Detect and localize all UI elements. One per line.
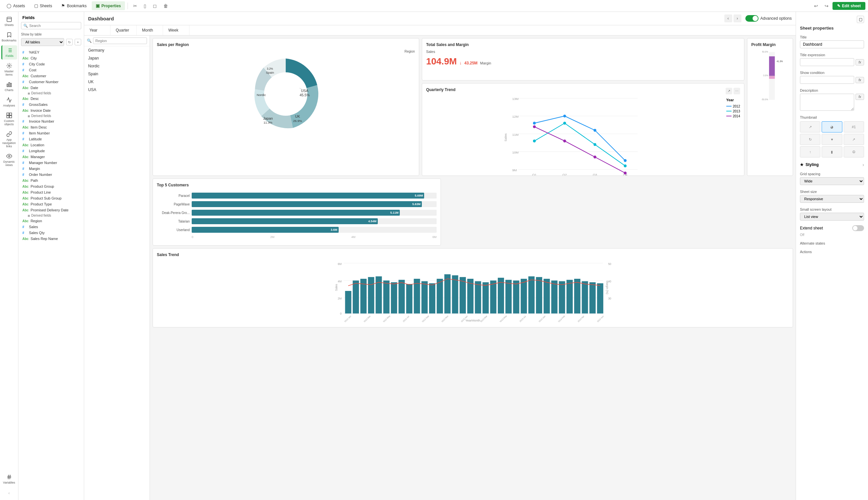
thumb-pie[interactable]: ◕: [822, 121, 842, 133]
region-item-nordic[interactable]: Nordic: [84, 62, 150, 70]
prop-description-input[interactable]: [800, 94, 854, 111]
delete-button[interactable]: 🗑: [161, 2, 171, 10]
field-item-date[interactable]: Abc Date: [19, 85, 84, 91]
prop-title-expr-input[interactable]: [800, 58, 854, 66]
tab-properties[interactable]: ▣ Properties: [92, 1, 125, 10]
thumb-hash[interactable]: #1: [844, 121, 864, 133]
region-item-japan[interactable]: Japan: [84, 54, 150, 62]
field-item-path[interactable]: Abc Path: [19, 178, 84, 183]
field-item-manager[interactable]: Abc Manager: [19, 154, 84, 160]
field-item-key[interactable]: # %KEY: [19, 49, 84, 55]
field-item-managernumber[interactable]: # Manager Number: [19, 160, 84, 166]
prop-grid-spacing-select[interactable]: Wide: [800, 177, 864, 185]
thumb-upload2[interactable]: ↑: [800, 146, 820, 158]
sidebar-item-variables[interactable]: Variables: [1, 472, 17, 486]
field-item-sales[interactable]: # Sales: [19, 224, 84, 230]
thumb-image[interactable]: ♥: [822, 134, 842, 145]
more-quarterly-button[interactable]: ⋯: [733, 88, 740, 94]
undo-button[interactable]: ↩: [811, 2, 821, 10]
field-item-latitude[interactable]: # Latitude: [19, 136, 84, 142]
thumb-upload[interactable]: ↗: [800, 121, 820, 133]
refresh-icon[interactable]: ↻: [66, 39, 73, 45]
thumb-bar[interactable]: ▮: [822, 146, 842, 158]
cut-button[interactable]: ✂: [130, 2, 140, 10]
field-item-productline[interactable]: Abc Product Line: [19, 189, 84, 195]
field-derived-invoicedate[interactable]: ◼ Derived fields: [19, 113, 84, 118]
prop-title-expr-fx-button[interactable]: fx: [856, 59, 864, 65]
field-item-margin[interactable]: # Margin: [19, 166, 84, 172]
field-item-invoicedate[interactable]: Abc Invoice Date: [19, 107, 84, 113]
preview-icon[interactable]: ▢: [857, 16, 864, 23]
field-item-cost[interactable]: # Cost: [19, 67, 84, 73]
sidebar-item-master-items[interactable]: Master items: [1, 61, 17, 78]
field-item-productsubgroup[interactable]: Abc Product Sub Group: [19, 195, 84, 201]
field-item-salesqty[interactable]: # Sales Qty: [19, 230, 84, 236]
field-item-customernumber[interactable]: # Customer Number: [19, 79, 84, 85]
sidebar-item-analyses[interactable]: Analyses: [1, 95, 17, 109]
field-item-grosssales[interactable]: # GrossSales: [19, 102, 84, 107]
add-field-icon[interactable]: +: [75, 39, 81, 45]
redo-button[interactable]: ↪: [822, 2, 831, 10]
svg-rect-65: [769, 76, 775, 79]
sidebar-item-bookmarks[interactable]: Bookmarks: [1, 30, 17, 44]
region-item-spain[interactable]: Spain: [84, 70, 150, 78]
field-item-promiseddelivery[interactable]: Abc Promised Delivery Date: [19, 207, 84, 213]
field-item-citycode[interactable]: # City Code: [19, 61, 84, 67]
field-item-salesrepname[interactable]: Abc Sales Rep Name: [19, 236, 84, 242]
sidebar-item-charts[interactable]: Charts: [1, 80, 17, 94]
sidebar-item-custom-objects[interactable]: Custom objects: [1, 111, 17, 128]
prop-title-input[interactable]: [800, 41, 864, 48]
prop-small-screen-select[interactable]: List view: [800, 213, 864, 220]
region-search-input[interactable]: [93, 37, 147, 44]
thumb-more[interactable]: ☮: [844, 146, 864, 158]
field-item-longitude[interactable]: # Longitude: [19, 148, 84, 154]
sidebar-item-dynamic-views[interactable]: Dynamic views: [1, 151, 17, 169]
field-item-region[interactable]: Abc Region: [19, 218, 84, 224]
styling-header[interactable]: ★ Styling ›: [800, 162, 864, 167]
paste-button[interactable]: ◻: [150, 2, 159, 10]
collapse-sidebar-button[interactable]: ‹: [7, 489, 12, 497]
tab-bookmarks[interactable]: ⚑ Bookmarks: [57, 1, 90, 10]
show-by-table-select[interactable]: All tables: [21, 38, 64, 46]
field-item-productgroup[interactable]: Abc Product Group: [19, 183, 84, 189]
field-item-itemnumber[interactable]: # Item Number: [19, 130, 84, 136]
prop-description-fx-button[interactable]: fx: [856, 94, 864, 100]
tab-assets[interactable]: ◯ Assets: [3, 1, 29, 10]
next-sheet-button[interactable]: ›: [733, 14, 741, 22]
field-item-itemdesc[interactable]: Abc Item Desc: [19, 124, 84, 130]
prop-show-condition-input[interactable]: [800, 76, 854, 84]
prev-sheet-button[interactable]: ‹: [724, 14, 732, 22]
region-item-uk[interactable]: UK: [84, 78, 150, 86]
field-item-location[interactable]: Abc Location: [19, 142, 84, 148]
sidebar-item-sheets[interactable]: Sheets: [1, 14, 17, 29]
region-item-usa[interactable]: USA: [84, 86, 150, 94]
filter-year[interactable]: Year: [84, 25, 111, 35]
edit-sheet-button[interactable]: ✎ Edit sheet: [833, 2, 865, 10]
advanced-options-toggle[interactable]: Advanced options: [745, 15, 792, 22]
prop-show-condition-fx-button[interactable]: fx: [856, 77, 864, 83]
sidebar-item-app-nav[interactable]: App navigation links: [1, 129, 17, 150]
field-item-producttype[interactable]: Abc Product Type: [19, 201, 84, 207]
prop-extend-sheet-toggle[interactable]: [852, 225, 864, 231]
tab-sheets[interactable]: ▢ Sheets: [30, 1, 56, 10]
field-derived-date[interactable]: ◼ Derived fields: [19, 91, 84, 96]
region-item-germany[interactable]: Germany: [84, 46, 150, 54]
filter-month[interactable]: Month: [137, 25, 163, 35]
expand-quarterly-button[interactable]: ↗: [726, 88, 732, 94]
field-derived-promiseddelivery[interactable]: ◼ Derived fields: [19, 213, 84, 218]
sidebar-item-fields[interactable]: Fields: [1, 45, 17, 59]
sales-big-value: 104.9M: [426, 56, 457, 67]
advanced-options-switch[interactable]: [745, 15, 758, 22]
search-input[interactable]: [21, 22, 81, 29]
prop-sheet-size-select[interactable]: Responsive: [800, 195, 864, 203]
thumb-refresh[interactable]: ↻: [800, 134, 820, 145]
filter-quarter[interactable]: Quarter: [111, 25, 137, 35]
field-item-invoicenumber[interactable]: # Invoice Number: [19, 118, 84, 124]
field-item-desc[interactable]: Abc Desc: [19, 96, 84, 102]
copy-button[interactable]: ▯: [141, 2, 149, 10]
field-item-customer[interactable]: Abc Customer: [19, 73, 84, 79]
field-item-city[interactable]: Abc City: [19, 55, 84, 61]
filter-week[interactable]: Week: [163, 25, 190, 35]
field-item-ordernumber[interactable]: # Order Number: [19, 172, 84, 178]
thumb-line[interactable]: ↗: [844, 134, 864, 145]
